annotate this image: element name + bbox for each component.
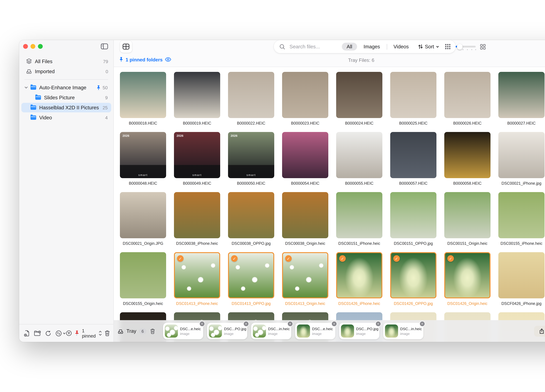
tray-item[interactable]: DSC...in.heicimage× — [383, 323, 423, 339]
file-thumbnail[interactable] — [444, 72, 490, 118]
grid-item[interactable]: ✓DSC01426_Origin.heic — [444, 252, 490, 312]
grid-item[interactable]: B0000026.HEIC — [444, 72, 490, 132]
file-thumbnail[interactable] — [228, 192, 274, 238]
file-thumbnail[interactable] — [228, 72, 274, 118]
file-thumbnail[interactable] — [120, 252, 166, 298]
grid-item[interactable]: B0000057.HEIC — [390, 132, 436, 192]
filter-tab-images[interactable]: Images — [361, 43, 383, 50]
pinned-stepper-icon[interactable] — [98, 331, 102, 336]
file-thumbnail[interactable] — [120, 72, 166, 118]
sidebar-item-all-files[interactable]: All Files 79 — [19, 56, 113, 66]
selected-check-badge[interactable]: ✓ — [393, 255, 400, 262]
thumbnail-zoom-slider[interactable] — [455, 42, 476, 51]
file-thumbnail[interactable]: ✓ — [228, 252, 274, 298]
file-thumbnail[interactable] — [498, 72, 545, 118]
file-thumbnail[interactable] — [390, 132, 436, 178]
tray-item[interactable]: DSC...e.heicimage× — [295, 323, 335, 339]
grid-item[interactable]: 2026smartB0000048.HEIC — [120, 132, 166, 192]
grid-item[interactable]: B0000058.HEIC — [444, 132, 490, 192]
grid-item[interactable]: 2026smartB0000049.HEIC — [174, 132, 220, 192]
file-thumbnail[interactable]: ✓ — [444, 252, 490, 298]
file-thumbnail[interactable] — [390, 72, 436, 118]
grid-item[interactable]: B0000022.HEIC — [228, 72, 274, 132]
grid-item[interactable]: ✓DSC01413_Origin.heic — [282, 252, 328, 312]
grid-item[interactable]: DSC00021_iPhone.jpg — [498, 132, 545, 192]
sidebar-folder-auto-enhance-image[interactable]: Auto-Enhance Image50 — [21, 83, 111, 92]
grid-item[interactable]: B0000025.HEIC — [390, 72, 436, 132]
close-icon[interactable]: × — [243, 321, 249, 327]
selected-check-badge[interactable]: ✓ — [339, 255, 346, 262]
grid-item[interactable]: B0000023.HEIC — [282, 72, 328, 132]
file-thumbnail[interactable] — [282, 72, 328, 118]
grid-item[interactable]: DSC00155_iPhone.heic — [498, 192, 545, 252]
selected-check-badge[interactable]: ✓ — [447, 255, 454, 262]
file-thumbnail[interactable] — [336, 72, 382, 118]
large-grid-icon[interactable] — [480, 44, 485, 49]
file-thumbnail[interactable] — [444, 132, 490, 178]
file-thumbnail[interactable] — [498, 192, 545, 238]
file-thumbnail[interactable]: ✓ — [174, 252, 220, 298]
grid-item[interactable]: DSC00151_OPPO.jpg — [390, 192, 436, 252]
grid-item[interactable]: DSC00021_Origin.JPG — [120, 192, 166, 252]
grid-item[interactable]: B0000054.HEIC — [282, 132, 328, 192]
export-button[interactable]: Export — [534, 326, 545, 337]
add-folder-icon[interactable] — [34, 330, 41, 336]
close-icon[interactable]: × — [331, 321, 337, 327]
layout-view-button[interactable] — [120, 41, 132, 53]
grid-item[interactable]: ✓DSC01426_iPhone.heic — [336, 252, 382, 312]
selected-check-badge[interactable]: ✓ — [231, 255, 238, 262]
grid-item[interactable]: DSC00038_iPhone.heic — [174, 192, 220, 252]
file-thumbnail[interactable] — [174, 72, 220, 118]
file-thumbnail[interactable] — [498, 132, 545, 178]
filter-tab-videos[interactable]: Videos — [391, 43, 411, 50]
slider-knob[interactable] — [457, 44, 462, 49]
tray-item[interactable]: DSC...e.heicimage× — [163, 323, 203, 339]
grid-item[interactable]: DSC00155_Origin.heic — [120, 252, 166, 312]
selected-check-badge[interactable]: ✓ — [285, 255, 292, 262]
sidebar-item-imported[interactable]: Imported 0 — [19, 66, 113, 76]
small-grid-icon[interactable] — [445, 44, 450, 49]
file-thumbnail[interactable] — [498, 252, 545, 298]
filter-tab-all[interactable]: All — [342, 43, 357, 50]
add-file-icon[interactable] — [24, 330, 30, 337]
file-thumbnail[interactable]: 2026smart — [120, 132, 166, 178]
grid-item[interactable]: DSC00151_iPhone.heic — [336, 192, 382, 252]
close-icon[interactable]: × — [199, 321, 205, 327]
file-thumbnail[interactable]: ✓ — [336, 252, 382, 298]
grid-item[interactable]: DSC00151_Origin.heic — [444, 192, 490, 252]
tray-item[interactable]: DSC...PO.jpgimage× — [339, 323, 379, 339]
sidebar-toggle-icon[interactable] — [101, 43, 108, 50]
tray-item[interactable]: DSC...in.heicimage× — [251, 323, 291, 339]
file-thumbnail[interactable] — [336, 192, 382, 238]
tray-trash-icon[interactable] — [150, 328, 155, 334]
file-thumbnail[interactable]: ✓ — [282, 252, 328, 298]
search-input[interactable] — [289, 43, 338, 50]
file-thumbnail[interactable] — [282, 192, 328, 238]
selected-check-badge[interactable]: ✓ — [177, 255, 184, 262]
file-thumbnail[interactable] — [444, 192, 490, 238]
trash-icon[interactable] — [105, 330, 110, 336]
refresh-icon[interactable] — [45, 330, 51, 336]
close-icon[interactable]: × — [375, 321, 381, 327]
grid-item[interactable]: DSC00038_Origin.heic — [282, 192, 328, 252]
file-thumbnail[interactable]: 2026smart — [174, 132, 220, 178]
file-thumbnail[interactable] — [390, 192, 436, 238]
grid-item[interactable]: B0000018.HEIC — [120, 72, 166, 132]
sidebar-folder-slides-picture[interactable]: Slides Picture9 — [21, 93, 111, 102]
grid-item[interactable]: B0000055.HEIC — [336, 132, 382, 192]
grid-item[interactable]: DSCF0426_iPhone.jpg — [498, 252, 545, 312]
grid-item[interactable]: ✓DSC01413_iPhone.heic — [174, 252, 220, 312]
file-thumbnail[interactable] — [120, 192, 166, 238]
file-thumbnail[interactable] — [282, 132, 328, 178]
grid-item[interactable]: B0000019.HEIC — [174, 72, 220, 132]
grid-item[interactable]: B0000027.HEIC — [498, 72, 545, 132]
grid-item[interactable]: B0000024.HEIC — [336, 72, 382, 132]
sidebar-folder-hasselblad-x2d-ii-pictures[interactable]: Hasselblad X2D II Pictures25 — [21, 103, 111, 112]
zoom-window-button[interactable] — [38, 44, 43, 49]
tray-item[interactable]: DSC...PO.jpgimage× — [207, 323, 247, 339]
filter-icon[interactable] — [66, 330, 72, 336]
close-window-button[interactable] — [23, 44, 28, 49]
grid-item[interactable]: ✓DSC01426_OPPO.jpg — [390, 252, 436, 312]
minimize-window-button[interactable] — [31, 44, 35, 49]
grid-item[interactable]: ✓DSC01413_OPPO.jpg — [228, 252, 274, 312]
